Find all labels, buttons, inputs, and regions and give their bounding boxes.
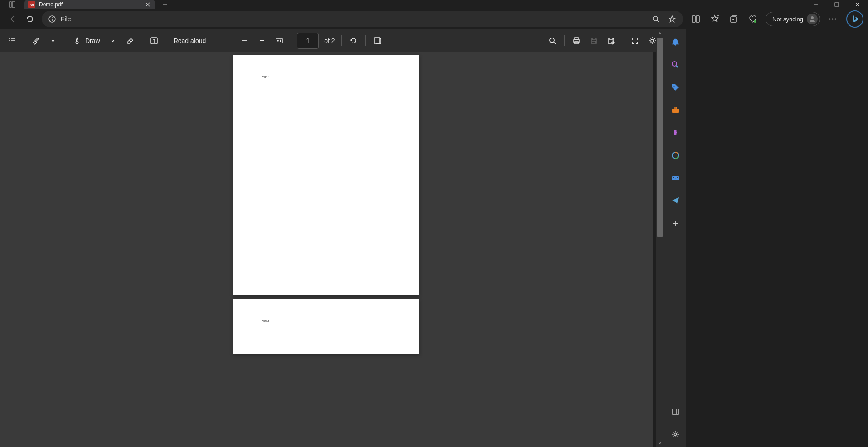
close-window-button[interactable] — [847, 0, 868, 9]
chevron-up-icon — [658, 31, 662, 36]
refresh-button[interactable] — [22, 11, 38, 27]
sidebar-hide[interactable] — [668, 404, 683, 419]
page-number-input[interactable] — [297, 33, 319, 49]
search-icon — [652, 15, 660, 23]
save-as-button[interactable] — [603, 33, 619, 49]
svg-rect-15 — [276, 38, 282, 43]
site-info-button[interactable] — [48, 15, 56, 23]
sidebar-office[interactable] — [668, 148, 683, 163]
pdf-toolbar: Draw Read aloud — [0, 29, 664, 52]
chevron-down-icon — [111, 38, 115, 43]
highlight-button[interactable] — [28, 33, 44, 49]
svg-point-5 — [653, 16, 658, 21]
rotate-button[interactable] — [345, 33, 362, 49]
tab-actions-icon — [9, 1, 16, 8]
text-icon — [150, 36, 159, 45]
menu-button[interactable] — [824, 11, 842, 27]
tab-actions-button[interactable] — [0, 0, 24, 9]
add-text-button[interactable] — [146, 33, 162, 49]
sidebar-tools[interactable] — [668, 103, 683, 117]
sidebar-settings[interactable] — [668, 427, 683, 442]
page-count-label: of 2 — [324, 37, 335, 44]
contents-button[interactable] — [4, 33, 20, 49]
pdf-page-1[interactable]: Page 1 — [233, 55, 419, 295]
new-tab-button[interactable] — [159, 0, 171, 9]
plus-icon — [162, 2, 168, 7]
maximize-icon — [834, 2, 839, 7]
svg-rect-27 — [672, 176, 679, 180]
contents-icon — [7, 36, 16, 45]
save-icon — [589, 36, 598, 45]
fullscreen-button[interactable] — [627, 33, 643, 49]
chevron-down-icon — [658, 441, 662, 445]
rotate-icon — [349, 36, 358, 45]
draw-dropdown[interactable] — [105, 33, 121, 49]
zoom-in-button[interactable] — [254, 33, 270, 49]
divider — [623, 35, 623, 46]
scroll-thumb[interactable] — [657, 38, 663, 237]
vertical-scrollbar[interactable] — [656, 29, 664, 447]
address-text: File — [61, 15, 644, 23]
pdf-viewer[interactable]: Page 1 Page 2 — [0, 52, 653, 447]
zoom-out-button[interactable] — [237, 33, 253, 49]
sidebar-games[interactable] — [668, 125, 683, 140]
favorite-button[interactable] — [665, 12, 679, 26]
svg-point-4 — [52, 17, 53, 18]
scroll-track[interactable] — [656, 38, 664, 439]
svg-point-23 — [673, 86, 674, 87]
pen-icon — [73, 36, 82, 45]
outlook-icon — [671, 173, 680, 183]
fit-page-button[interactable] — [271, 33, 287, 49]
sync-profile-button[interactable]: Not syncing — [766, 12, 820, 26]
sidebar-notifications[interactable] — [668, 35, 683, 49]
sidebar-drop[interactable] — [668, 193, 683, 208]
bell-icon — [671, 38, 680, 47]
divider — [166, 35, 166, 46]
scroll-up-button[interactable] — [656, 29, 664, 38]
divider — [564, 35, 565, 46]
search-address-button[interactable] — [649, 12, 663, 26]
sidebar-search[interactable] — [668, 58, 683, 72]
sidebar-outlook[interactable] — [668, 171, 683, 185]
draw-label: Draw — [85, 37, 100, 44]
address-bar-area: File Not syncing — [0, 9, 868, 29]
address-bar[interactable]: File — [42, 11, 683, 27]
send-icon — [671, 196, 680, 205]
profile-avatar — [807, 14, 818, 24]
erase-button[interactable] — [122, 33, 138, 49]
svg-point-29 — [674, 433, 676, 436]
collections-button[interactable] — [725, 11, 743, 27]
favorites-button[interactable] — [706, 11, 724, 27]
draw-button[interactable]: Draw — [69, 33, 104, 49]
browser-essentials-button[interactable] — [744, 11, 762, 27]
more-icon — [828, 14, 837, 24]
minimize-button[interactable] — [805, 0, 826, 9]
page-1-content: Page 1 — [262, 75, 269, 78]
back-button[interactable] — [5, 11, 21, 27]
svg-rect-24 — [672, 109, 679, 113]
browser-tab[interactable]: PDF Demo.pdf — [24, 0, 155, 9]
divider — [24, 35, 24, 46]
maximize-button[interactable] — [826, 0, 847, 9]
edge-sidebar — [664, 29, 686, 447]
sidebar-shopping[interactable] — [668, 80, 683, 95]
split-screen-button[interactable] — [687, 11, 705, 27]
sidebar-add[interactable] — [668, 216, 683, 231]
bing-button[interactable] — [846, 10, 863, 28]
close-icon — [855, 2, 860, 7]
office-icon — [671, 151, 680, 160]
scroll-down-button[interactable] — [656, 439, 664, 447]
save-button[interactable] — [586, 33, 602, 49]
save-as-icon — [606, 36, 616, 45]
print-button[interactable] — [568, 33, 585, 49]
close-tab-button[interactable] — [144, 1, 151, 8]
svg-rect-1 — [12, 2, 15, 7]
find-button[interactable] — [544, 33, 561, 49]
page-view-button[interactable] — [369, 33, 386, 49]
read-aloud-button[interactable]: Read aloud — [170, 33, 210, 49]
page-2-content: Page 2 — [262, 319, 269, 322]
fullscreen-icon — [630, 36, 640, 45]
highlight-dropdown[interactable] — [45, 33, 61, 49]
pdf-page-2[interactable]: Page 2 — [233, 299, 419, 354]
svg-point-13 — [835, 19, 836, 20]
